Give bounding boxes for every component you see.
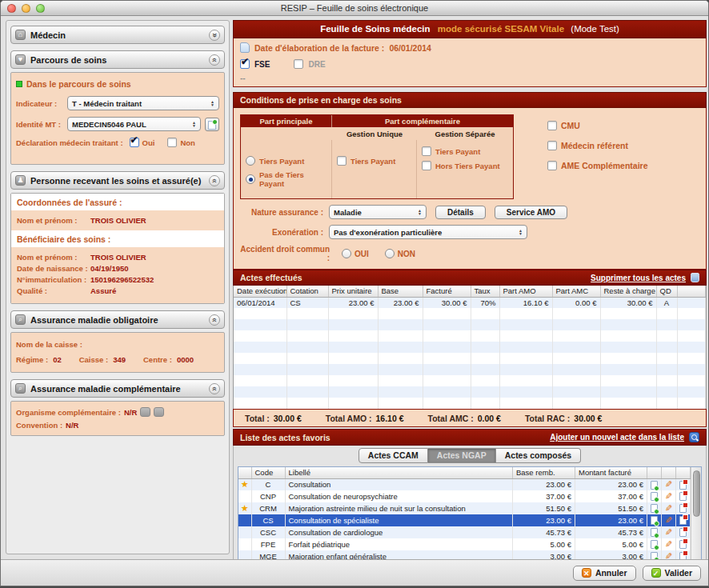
declaration-non-checkbox[interactable]: [167, 138, 177, 147]
gestion-separee-tiers-checkbox[interactable]: [422, 146, 431, 156]
indicateur-select[interactable]: T - Médecin traitant ▲▼: [67, 96, 219, 110]
expand-medecin-icon[interactable]: »: [209, 30, 220, 41]
favorite-star-empty[interactable]: [238, 490, 251, 502]
favorite-star-icon[interactable]: ★: [238, 502, 251, 514]
vitale-card-icon[interactable]: [205, 118, 219, 131]
add-acte-icon[interactable]: [651, 540, 658, 549]
add-acte-icon[interactable]: [651, 504, 658, 513]
search-acte-icon[interactable]: [689, 432, 699, 442]
tab-actes-ngap[interactable]: Actes NGAP: [428, 448, 496, 463]
annuler-button[interactable]: ✕ Annuler: [573, 566, 636, 581]
fav-add-cell[interactable]: [647, 526, 662, 538]
edit-acte-icon[interactable]: ✎: [665, 515, 672, 526]
fav-edit-cell[interactable]: ✎: [662, 550, 676, 559]
accident-oui-radio[interactable]: [342, 249, 351, 258]
favorite-star-icon[interactable]: ★: [238, 478, 251, 490]
fav-edit-cell[interactable]: ✎: [662, 514, 676, 526]
delete-acte-icon[interactable]: [679, 504, 687, 513]
cmu-checkbox[interactable]: [547, 121, 557, 130]
collapse-amc-icon[interactable]: »: [209, 383, 220, 394]
zoom-window-icon[interactable]: [36, 4, 45, 13]
delete-acte-icon[interactable]: [679, 492, 687, 501]
declaration-oui-checkbox[interactable]: [130, 138, 139, 147]
fav-delete-cell[interactable]: [676, 514, 691, 526]
collapse-amo-icon[interactable]: »: [209, 314, 220, 326]
close-window-icon[interactable]: [7, 4, 16, 13]
fav-add-cell[interactable]: [647, 538, 662, 550]
service-amo-button[interactable]: Service AMO: [495, 206, 567, 219]
edit-acte-icon[interactable]: ✎: [665, 551, 672, 559]
favorite-star-empty[interactable]: [238, 538, 251, 550]
organisme-clear-button[interactable]: [154, 407, 164, 417]
pas-tiers-payant-radio[interactable]: [246, 174, 255, 184]
calendar-icon[interactable]: [240, 42, 250, 53]
edit-acte-icon[interactable]: ✎: [665, 539, 672, 550]
collapse-personne-icon[interactable]: »: [209, 175, 220, 186]
edit-acte-icon[interactable]: ✎: [665, 503, 672, 514]
acte-row[interactable]: 06/01/2014CS23.00 €23.00 €30.00 €70%16.1…: [234, 297, 706, 308]
fav-edit-cell[interactable]: ✎: [662, 478, 676, 490]
fav-add-cell[interactable]: [647, 514, 662, 526]
panel-parcours-header[interactable]: ♥ Parcours de soins »: [10, 50, 225, 69]
fav-delete-cell[interactable]: [676, 502, 691, 514]
fav-add-cell[interactable]: [647, 490, 662, 502]
add-acte-icon[interactable]: [651, 492, 658, 501]
nature-assurance-select[interactable]: Maladie ▲▼: [329, 205, 427, 219]
edit-acte-icon[interactable]: ✎: [665, 479, 672, 490]
favorite-star-empty[interactable]: [238, 526, 251, 538]
dre-checkbox[interactable]: [294, 59, 303, 69]
tab-actes-compos-s[interactable]: Actes composés: [496, 448, 581, 463]
fav-row[interactable]: ★CConsultation23.00 €23.00 €✎: [238, 478, 691, 490]
panel-amo-header[interactable]: ⌕ Assurance maladie obligatoire »: [10, 310, 225, 329]
fav-add-cell[interactable]: [647, 550, 662, 559]
delete-acte-icon[interactable]: [679, 528, 687, 537]
delete-acte-icon[interactable]: [679, 516, 687, 525]
favorite-star-empty[interactable]: [238, 514, 251, 526]
fav-row[interactable]: MGEMajoration enfant généraliste3.00 €3.…: [238, 550, 691, 559]
gestion-unique-tiers-checkbox[interactable]: [337, 156, 346, 166]
favorite-star-empty[interactable]: [238, 550, 251, 559]
fav-row[interactable]: CSCConsultation de cardiologue45.73 €45.…: [238, 526, 691, 538]
fav-row[interactable]: CSConsultation de spécialiste23.00 €23.0…: [238, 514, 691, 526]
organisme-search-button[interactable]: [140, 407, 150, 417]
delete-acte-icon[interactable]: [679, 552, 687, 559]
trash-icon[interactable]: [691, 273, 699, 282]
fav-row[interactable]: FPEForfait pédiatrique5.00 €5.00 €✎: [238, 538, 691, 550]
delete-acte-icon[interactable]: [679, 540, 687, 549]
favoris-scrollbar[interactable]: [691, 467, 701, 559]
scrollbar-thumb[interactable]: [693, 470, 700, 517]
delete-acte-icon[interactable]: [679, 481, 687, 490]
details-button[interactable]: Détails: [435, 206, 486, 219]
panel-amc-header[interactable]: ⌕ Assurance maladie complémentaire »: [10, 379, 225, 398]
valider-button[interactable]: ✓ Valider: [643, 566, 701, 581]
edit-acte-icon[interactable]: ✎: [665, 491, 672, 502]
tiers-payant-radio[interactable]: [246, 156, 255, 166]
fav-delete-cell[interactable]: [676, 550, 691, 559]
fse-checkbox[interactable]: [240, 59, 250, 69]
exoneration-select[interactable]: Pas d'exonération particulière ▲▼: [329, 225, 527, 239]
fav-edit-cell[interactable]: ✎: [662, 526, 676, 538]
collapse-parcours-icon[interactable]: »: [209, 54, 220, 66]
fav-edit-cell[interactable]: ✎: [662, 502, 676, 514]
medecin-referent-checkbox[interactable]: [547, 141, 557, 150]
fav-edit-cell[interactable]: ✎: [662, 490, 676, 502]
fav-delete-cell[interactable]: [676, 538, 691, 550]
add-acte-icon[interactable]: [651, 481, 658, 490]
fav-delete-cell[interactable]: [676, 478, 691, 490]
panel-personne-header[interactable]: ♟ Personne recevant les soins et assuré(…: [10, 171, 225, 190]
panel-medecin-header[interactable]: ⌂ Médecin »: [10, 26, 225, 44]
fav-edit-cell[interactable]: ✎: [662, 538, 676, 550]
edit-acte-icon[interactable]: ✎: [665, 527, 672, 538]
fav-row[interactable]: ★CRMMajoration astreinte milieu de nuit …: [238, 502, 691, 514]
fav-add-cell[interactable]: [647, 478, 662, 490]
hors-tiers-payant-checkbox[interactable]: [422, 161, 431, 170]
add-acte-icon[interactable]: [651, 552, 658, 559]
accident-non-radio[interactable]: [385, 249, 395, 258]
tab-actes-ccam[interactable]: Actes CCAM: [359, 448, 428, 463]
add-acte-icon[interactable]: [651, 516, 658, 525]
supprimer-actes-link[interactable]: Supprimer tous les actes: [591, 274, 686, 282]
identite-mt-select[interactable]: MEDECIN5046 PAUL ▲▼: [67, 117, 201, 131]
add-acte-icon[interactable]: [651, 528, 658, 537]
ame-checkbox[interactable]: [547, 161, 557, 170]
fav-delete-cell[interactable]: [676, 526, 691, 538]
